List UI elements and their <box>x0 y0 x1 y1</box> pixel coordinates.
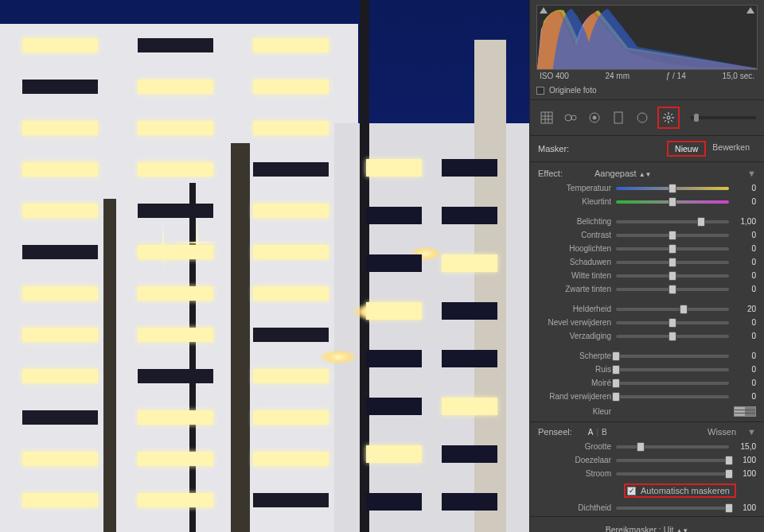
slider-value-contrast[interactable]: 0 <box>734 231 756 239</box>
slider-value-kleurtint[interactable]: 0 <box>734 197 756 206</box>
effect-label: Effect: <box>538 169 563 178</box>
slider-value-grootte[interactable]: 15,0 <box>734 442 756 451</box>
brush-a[interactable]: A <box>588 428 594 437</box>
slider-value-rand[interactable]: 0 <box>734 392 756 401</box>
slider-zwarte: Zwarte tinten0 <box>538 282 756 296</box>
range-mask-label: Bereikmasker : <box>606 525 661 532</box>
slider-value-helderheid[interactable]: 20 <box>734 305 756 313</box>
brush-collapse-icon[interactable]: ▼ <box>747 427 756 437</box>
slider-helderheid: Helderheid20 <box>538 302 756 316</box>
auto-mask-highlight: ✓ Automatisch maskeren <box>624 483 736 498</box>
slider-label-grootte: Grootte <box>538 442 611 451</box>
brush-erase[interactable]: Wissen <box>707 427 736 437</box>
slider-rand: Rand verwijderen0 <box>538 390 756 403</box>
slider-label-nevel: Nevel verwijderen <box>538 318 611 327</box>
slider-value-hooglichten[interactable]: 0 <box>734 244 756 253</box>
shadow-clip-icon[interactable] <box>540 7 548 14</box>
slider-track-grootte[interactable] <box>616 445 729 449</box>
slider-hooglichten: Hooglichten0 <box>538 242 756 255</box>
slider-label-scherpte: Scherpte <box>538 351 611 360</box>
slider-label-zwarte: Zwarte tinten <box>538 285 611 293</box>
slider-dichtheid: Dichtheid100 <box>538 501 756 515</box>
slider-value-temperatuur[interactable]: 0 <box>734 184 756 192</box>
slider-track-hooglichten[interactable] <box>616 247 729 250</box>
color-label: Kleur <box>538 407 611 416</box>
slider-value-dichtheid[interactable]: 100 <box>734 503 756 512</box>
histogram[interactable] <box>536 5 758 70</box>
redeye-tool[interactable] <box>586 109 603 126</box>
image-preview[interactable]: (function(){ const v=document.querySelec… <box>0 0 529 532</box>
mask-new-button[interactable]: Nieuw <box>667 141 706 157</box>
slider-track-kleurtint[interactable] <box>616 200 729 204</box>
slider-track-scherpte[interactable] <box>616 355 729 358</box>
slider-value-moire[interactable]: 0 <box>734 379 756 387</box>
mask-edit-button[interactable]: Bewerken <box>706 141 756 157</box>
slider-stroom: Stroom100 <box>538 467 756 480</box>
tool-size-slider[interactable] <box>691 116 756 119</box>
slider-value-verzadiging[interactable]: 0 <box>734 332 756 340</box>
slider-label-helderheid: Helderheid <box>538 305 611 313</box>
slider-track-nevel[interactable] <box>616 321 729 324</box>
slider-value-witte[interactable]: 0 <box>734 271 756 280</box>
svg-line-17 <box>671 120 672 122</box>
slider-value-ruis[interactable]: 0 <box>734 365 756 374</box>
crop-tool[interactable] <box>538 109 555 126</box>
slider-value-doezelaar[interactable]: 100 <box>734 456 756 464</box>
slider-value-scherpte[interactable]: 0 <box>734 351 756 360</box>
slider-track-helderheid[interactable] <box>616 308 729 311</box>
range-mask-value[interactable]: Uit ▲▼ <box>664 525 689 532</box>
slider-label-verzadiging: Verzadiging <box>538 332 611 340</box>
collapse-icon[interactable]: ▼ <box>747 169 756 178</box>
svg-point-8 <box>593 116 596 119</box>
slider-track-verzadiging[interactable] <box>616 335 729 338</box>
brush-tool-highlight <box>657 107 680 129</box>
slider-track-moire[interactable] <box>616 382 729 385</box>
slider-track-stroom[interactable] <box>616 472 729 476</box>
slider-kleurtint: Kleurtint0 <box>538 195 756 208</box>
mask-label: Masker: <box>538 144 667 153</box>
radial-tool[interactable] <box>633 109 651 126</box>
svg-line-16 <box>665 114 666 115</box>
gradient-tool[interactable] <box>610 109 627 126</box>
slider-value-stroom[interactable]: 100 <box>734 469 756 478</box>
highlight-clip-icon[interactable] <box>746 7 754 14</box>
auto-mask-checkbox[interactable]: ✓ <box>627 487 636 495</box>
slider-verzadiging: Verzadiging0 <box>538 329 756 343</box>
slider-value-schaduwen[interactable]: 0 <box>734 258 756 266</box>
slider-contrast: Contrast0 <box>538 228 756 242</box>
slider-track-dichtheid[interactable] <box>616 507 729 510</box>
spot-tool[interactable] <box>562 109 579 126</box>
slider-track-schaduwen[interactable] <box>616 261 729 264</box>
slider-track-rand[interactable] <box>616 395 729 398</box>
tool-strip <box>530 100 764 136</box>
develop-panel: ISO 400 24 mm ƒ / 14 15,0 sec. Originele… <box>529 0 764 532</box>
slider-grootte: Grootte15,0 <box>538 440 756 453</box>
effect-preset[interactable]: Aangepast ▲▼ <box>594 169 652 178</box>
brush-label: Penseel: <box>538 427 572 437</box>
slider-track-belichting[interactable] <box>616 220 729 223</box>
slider-value-nevel[interactable]: 0 <box>734 318 756 327</box>
svg-line-19 <box>665 120 666 122</box>
brush-tool[interactable] <box>660 109 677 126</box>
aperture-value: ƒ / 14 <box>666 72 686 80</box>
slider-track-temperatuur[interactable] <box>616 187 729 190</box>
slider-value-belichting[interactable]: 1,00 <box>734 217 756 226</box>
iso-value: ISO 400 <box>540 72 569 80</box>
slider-label-stroom: Stroom <box>538 469 611 478</box>
slider-track-ruis[interactable] <box>616 368 729 371</box>
focal-value: 24 mm <box>605 72 630 80</box>
original-checkbox[interactable] <box>536 87 544 95</box>
slider-track-witte[interactable] <box>616 274 729 278</box>
svg-point-11 <box>667 116 670 119</box>
slider-track-zwarte[interactable] <box>616 288 729 291</box>
auto-mask-label: Automatisch maskeren <box>641 486 730 495</box>
slider-track-doezelaar[interactable] <box>616 459 729 462</box>
slider-schaduwen: Schaduwen0 <box>538 255 756 269</box>
slider-track-contrast[interactable] <box>616 234 729 237</box>
slider-label-kleurtint: Kleurtint <box>538 197 611 206</box>
slider-label-schaduwen: Schaduwen <box>538 258 611 266</box>
color-swatch[interactable] <box>734 406 756 417</box>
svg-rect-0 <box>541 112 552 123</box>
brush-b[interactable]: B <box>602 428 607 437</box>
slider-value-zwarte[interactable]: 0 <box>734 285 756 293</box>
